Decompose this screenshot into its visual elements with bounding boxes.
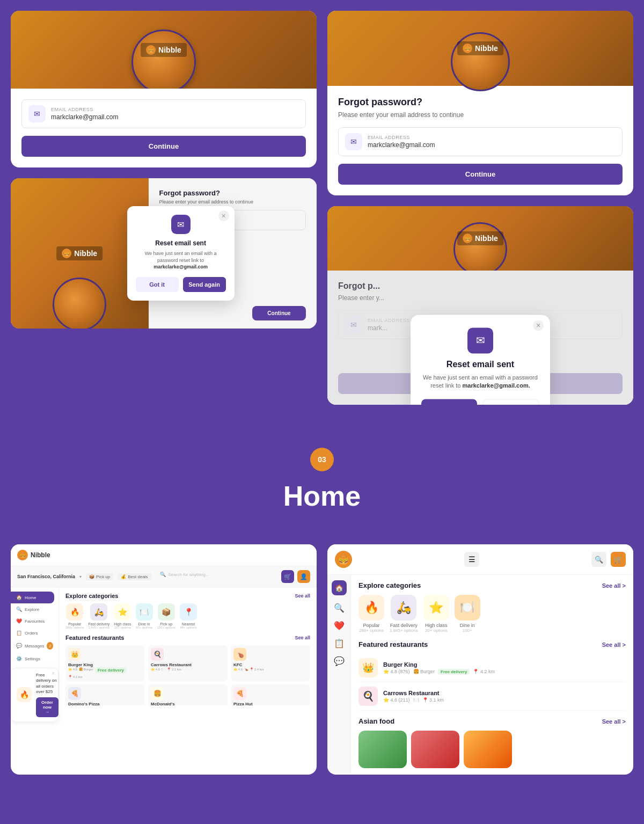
desktop-app-mockup: 🍔 Nibble San Francisco, California ▾ 📦 P… — [11, 544, 317, 775]
pickup-badge[interactable]: 📦 Pick up — [86, 573, 113, 580]
mobile-menu-icon[interactable]: ☰ — [464, 552, 479, 567]
cat-fast-delivery[interactable]: 🛵 Fast delivery 1,845+ options — [89, 603, 110, 629]
search-bar[interactable]: 🔍 Search for anything... — [156, 570, 277, 579]
dominos-name: Domino's Pizza — [68, 702, 142, 705]
mobile-cart-icon[interactable]: 🛒 — [611, 552, 626, 567]
see-all-restaurants[interactable]: See all — [295, 635, 310, 640]
mobile-food-1[interactable] — [358, 731, 407, 768]
cat-pickup-icon: 📦 — [158, 603, 175, 621]
featured-label: Featured restaurants — [65, 635, 124, 641]
mobile-cat-dine-sub: 100+ — [455, 628, 480, 633]
explore-label: Explore — [25, 607, 39, 612]
cat-dine-label: Dine in — [136, 622, 153, 626]
restaurant-dominos[interactable]: 🍕 Domino's Pizza ⭐ 4.8 Free delivery 📍 3… — [65, 684, 145, 705]
mobile-orders-icon[interactable]: 📋 — [334, 638, 345, 648]
best-deals-badge[interactable]: 💰 Best deals — [118, 573, 151, 580]
notif-close-button[interactable]: × — [52, 670, 55, 676]
mobile-cat-dine[interactable]: 🍽️ Dine in 100+ — [455, 595, 480, 633]
mobile-food-3[interactable] — [464, 731, 512, 768]
send-again-button-large[interactable]: Send again — [482, 399, 539, 405]
got-it-button-large[interactable]: Got it — [421, 399, 477, 405]
got-it-button-small[interactable]: Got it — [136, 277, 179, 292]
popup-close-large[interactable]: × — [533, 320, 544, 331]
mobile-cat-popular-icon: 🔥 — [358, 595, 384, 621]
restaurant-burger-king[interactable]: 👑 Burger King ⭐ 4.8🍔 Burger Free deliver… — [65, 645, 145, 681]
carrows-name: Carrows Restaurant — [151, 662, 225, 667]
nav-icons: 🛒 👤 — [281, 570, 310, 583]
sidebar-home[interactable]: 🏠 Home — [11, 592, 54, 603]
send-again-button-small[interactable]: Send again — [183, 277, 226, 292]
sidebar-settings[interactable]: ⚙️ Settings — [11, 653, 58, 665]
cart-icon-btn[interactable]: 🛒 — [281, 570, 294, 583]
mobile-cat-fast-label: Fast delivery — [390, 623, 418, 628]
pickup-label: Pick up — [96, 574, 110, 579]
messages-badge: 2 — [47, 642, 53, 650]
mobile-food-2[interactable] — [411, 731, 459, 768]
cat-pickup[interactable]: 📦 Pick up 120+ options — [157, 603, 176, 629]
mobile-app-mockup: 🍔 ☰ 🔍 🛒 🏠 🔍 ❤️ 📋 💬 Explore categories Se… — [327, 544, 633, 775]
email-label-3: EMAIL ADDRESS — [368, 135, 435, 140]
carrows-meta: ⭐ 4.6🍽️📍 3.1 km — [151, 667, 225, 671]
mobile-explore-icon[interactable]: 🔍 — [334, 603, 345, 613]
section-badge: 03 — [310, 448, 334, 471]
deals-icon: 💰 — [121, 574, 126, 579]
sidebar-messages[interactable]: 💬 Messages 2 — [11, 639, 58, 653]
card-1-image: 🍔 Nibble — [11, 11, 317, 89]
continue-area: Continue — [252, 306, 306, 320]
pickup-icon: 📦 — [89, 574, 94, 579]
mobile-search-icon[interactable]: 🔍 — [591, 552, 606, 567]
profile-icon-btn[interactable]: 👤 — [297, 570, 310, 583]
nibble-logo-3: 🍔 Nibble — [457, 41, 503, 55]
continue-button-3[interactable]: Continue — [338, 164, 623, 185]
nibble-icon-3: 🍔 — [463, 43, 472, 53]
popup-close-small[interactable]: × — [218, 210, 229, 221]
kfc-name: KFC — [233, 662, 308, 667]
mobile-restaurant-burger-king[interactable]: 👑 Burger King ⭐ 4.8 (876) 🍔 Burger Free … — [358, 654, 626, 682]
nibble-logo-2: 🍔 Nibble — [56, 246, 103, 260]
search-icon: 🔍 — [160, 572, 166, 577]
restaurant-kfc[interactable]: 🍗 KFC ⭐ 4.6🍗📍 2.4 km — [231, 645, 310, 681]
restaurant-carrows[interactable]: 🍳 Carrows Restaurant ⭐ 4.6🍽️📍 3.1 km — [148, 645, 228, 681]
cat-popular[interactable]: 🔥 Popular 280+ options — [65, 603, 84, 629]
mobile-asian-label: Asian food — [358, 717, 394, 725]
cat-dine-in[interactable]: 🍽️ Dine in 90+ options — [136, 603, 153, 629]
mobile-cat-high[interactable]: ⭐ High class 20+ options — [423, 595, 449, 633]
sidebar-favourites[interactable]: ❤️ Favourites — [11, 615, 58, 627]
mobile-see-all-restaurants[interactable]: See all > — [602, 641, 626, 648]
mobile-fav-icon[interactable]: ❤️ — [334, 621, 345, 631]
mobile-carrows-logo: 🍳 — [358, 687, 378, 706]
settings-label: Settings — [25, 657, 40, 661]
cat-nearest[interactable]: 📍 Nearest 84+ options — [180, 603, 197, 629]
mobile-msg-icon[interactable]: 💬 — [334, 656, 345, 666]
popup-title-large: Reset email sent — [421, 360, 539, 369]
email-field-3[interactable]: ✉ EMAIL ADDRESS markclarke@gmail.com — [338, 127, 623, 156]
forgot-subtitle-3: Please enter your email address to conti… — [338, 111, 623, 119]
see-all-categories[interactable]: See all — [295, 593, 310, 599]
cat-pickup-sub: 120+ options — [157, 626, 176, 629]
cat-high-class[interactable]: ⭐ High class 20+ options — [114, 603, 131, 629]
mobile-restaurant-carrows[interactable]: 🍳 Carrows Restaurant ⭐ 4.6 (211) 🍽️ 📍 3.… — [358, 682, 626, 711]
mobile-see-all-categories[interactable]: See all > — [602, 582, 626, 589]
order-now-button[interactable]: Order now → — [36, 697, 58, 717]
mobile-see-all-asian[interactable]: See all > — [602, 718, 626, 725]
sidebar-explore[interactable]: 🔍 Explore — [11, 603, 58, 615]
mobile-cat-popular[interactable]: 🔥 Popular 280+ options — [358, 595, 384, 633]
notif-icon: 🔥 — [17, 687, 32, 702]
mobile-home-icon[interactable]: 🏠 — [332, 580, 347, 595]
orders-icon: 📋 — [16, 630, 22, 636]
continue-button-2[interactable]: Continue — [252, 306, 306, 320]
continue-button-1[interactable]: Continue — [21, 136, 306, 157]
mobile-cat-high-icon: ⭐ — [423, 595, 449, 621]
mobile-bk-logo: 👑 — [358, 658, 378, 677]
restaurant-mcdonalds[interactable]: 🍔 McDonald's ⭐ 4.7🍔 Burger📍 1.9 km — [148, 684, 228, 705]
email-field-1: ✉ EMAIL ADDRESS markclarke@gmail.com — [21, 99, 306, 128]
email-value-1: markclarke@gmail.com — [51, 113, 119, 121]
sidebar-orders[interactable]: 📋 Orders — [11, 627, 58, 639]
section-03: 03 Home — [0, 415, 644, 544]
explore-icon: 🔍 — [16, 607, 22, 612]
restaurant-pizzahut[interactable]: 🍕 Pizza Hut ⭐ 4.7 Free delivery 📍 4.4 km — [231, 684, 310, 705]
cat-fast-icon: 🛵 — [90, 603, 107, 621]
mobile-cat-fast[interactable]: 🛵 Fast delivery 1,845+ options — [390, 595, 418, 633]
mobile-carrows-info: Carrows Restaurant ⭐ 4.6 (211) 🍽️ 📍 3.1 … — [383, 690, 626, 703]
cat-fast-label: Fast delivery — [89, 622, 110, 626]
